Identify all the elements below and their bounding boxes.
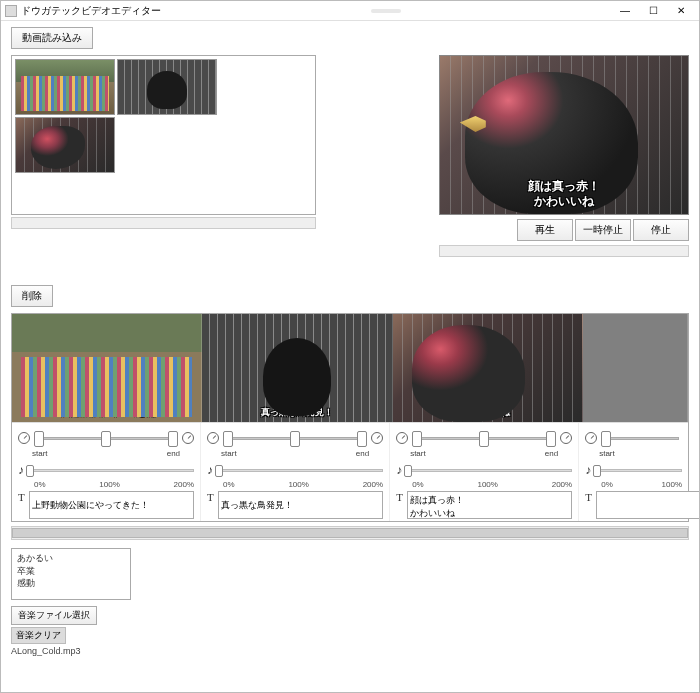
preview-subtitle: 顔は真っ赤！ かわいいね [440, 179, 688, 208]
clock-icon [182, 432, 194, 444]
play-button[interactable]: 再生 [517, 219, 573, 241]
clip-thumb[interactable] [117, 59, 217, 115]
vol-label: 200% [363, 480, 383, 489]
trim-handle-start[interactable] [223, 431, 233, 447]
volume-thumb[interactable] [404, 465, 412, 477]
trim-handle-end[interactable] [546, 431, 556, 447]
timeline-scrollbar[interactable] [11, 526, 689, 540]
timeline-clip[interactable]: 上野動物公園にやってきた！ [12, 314, 202, 422]
trim-handle-mid[interactable] [101, 431, 111, 447]
vol-label: 0% [601, 480, 613, 489]
clock-icon [560, 432, 572, 444]
vol-label: 0% [223, 480, 235, 489]
trim-end-label: end [356, 449, 369, 458]
vol-label: 0% [34, 480, 46, 489]
timeline-clip[interactable]: 顔は真っ赤！ かわいいね [393, 314, 583, 422]
tag-item[interactable]: あかるい [17, 552, 125, 565]
scrollbar-thumb[interactable] [12, 528, 688, 538]
tag-list[interactable]: あかるい 卒業 感動 [11, 548, 131, 600]
clock-icon [18, 432, 30, 444]
pause-button[interactable]: 一時停止 [575, 219, 631, 241]
vol-label: 200% [552, 480, 572, 489]
clip-overlay-text: 顔は真っ赤！ かわいいね [393, 398, 582, 418]
volume-icon: ♪ [585, 464, 591, 476]
trim-handle-end[interactable] [168, 431, 178, 447]
clip-bin-scrollbar[interactable] [11, 217, 316, 229]
trim-handle-start[interactable] [601, 431, 611, 447]
maximize-button[interactable]: ☐ [639, 2, 667, 20]
clock-icon [371, 432, 383, 444]
clip-thumb[interactable] [15, 117, 115, 173]
trim-start-label: start [221, 449, 237, 458]
vol-label: 100% [99, 480, 119, 489]
clip-overlay-text: 上野動物公園にやってきた！ [12, 408, 201, 418]
timeline: 上野動物公園にやってきた！ 真っ黒な鳥発見！ 顔は真っ赤！ かわいいね [11, 313, 689, 522]
audio-filename: ALong_Cold.mp3 [11, 646, 689, 656]
trim-end-label: end [545, 449, 558, 458]
trim-end-label: end [167, 449, 180, 458]
close-button[interactable]: ✕ [667, 2, 695, 20]
caption-input[interactable] [29, 491, 194, 519]
volume-slider[interactable] [217, 469, 383, 472]
audio-select-button[interactable]: 音楽ファイル選択 [11, 606, 97, 625]
volume-icon: ♪ [18, 464, 24, 476]
window-title: ドウガテックビデオエディター [21, 4, 161, 18]
trim-handle-mid[interactable] [290, 431, 300, 447]
volume-slider[interactable] [595, 469, 682, 472]
app-icon [5, 5, 17, 17]
minimize-button[interactable]: — [611, 2, 639, 20]
text-icon: T [396, 491, 403, 503]
vol-label: 0% [412, 480, 424, 489]
volume-slider[interactable] [406, 469, 572, 472]
window-titlebar: ドウガテックビデオエディター — ☐ ✕ [1, 1, 699, 21]
volume-icon: ♪ [207, 464, 213, 476]
load-video-button[interactable]: 動画読み込み [11, 27, 93, 49]
clock-icon [396, 432, 408, 444]
titlebar-handle[interactable] [371, 9, 401, 13]
volume-icon: ♪ [396, 464, 402, 476]
trim-start-label: start [410, 449, 426, 458]
trim-handle-start[interactable] [412, 431, 422, 447]
trim-handle-start[interactable] [34, 431, 44, 447]
text-icon: T [207, 491, 214, 503]
trim-slider[interactable] [602, 437, 679, 440]
tag-item[interactable]: 感動 [17, 577, 125, 590]
preview-progress[interactable] [439, 245, 689, 257]
clock-icon [207, 432, 219, 444]
text-icon: T [585, 491, 592, 503]
delete-button[interactable]: 削除 [11, 285, 53, 307]
tag-item[interactable]: 卒業 [17, 565, 125, 578]
volume-thumb[interactable] [26, 465, 34, 477]
caption-input[interactable] [218, 491, 383, 519]
trim-slider[interactable] [413, 437, 555, 440]
caption-input[interactable] [596, 491, 700, 519]
audio-clear-button[interactable]: 音楽クリア [11, 627, 66, 644]
volume-thumb[interactable] [593, 465, 601, 477]
clock-icon [585, 432, 597, 444]
preview-viewport[interactable]: 顔は真っ赤！ かわいいね [439, 55, 689, 215]
trim-handle-end[interactable] [357, 431, 367, 447]
clip-bin[interactable] [11, 55, 316, 215]
caption-input[interactable] [407, 491, 572, 519]
vol-label: 100% [662, 480, 682, 489]
timeline-clip-empty[interactable] [583, 314, 688, 422]
timeline-clip[interactable]: 真っ黒な鳥発見！ [202, 314, 392, 422]
trim-slider[interactable] [35, 437, 177, 440]
vol-label: 200% [174, 480, 194, 489]
clip-overlay-text: 真っ黒な鳥発見！ [202, 408, 391, 418]
stop-button[interactable]: 停止 [633, 219, 689, 241]
vol-label: 100% [288, 480, 308, 489]
trim-start-label: start [32, 449, 48, 458]
trim-slider[interactable] [224, 437, 366, 440]
text-icon: T [18, 491, 25, 503]
trim-handle-mid[interactable] [479, 431, 489, 447]
clip-thumb[interactable] [15, 59, 115, 115]
volume-slider[interactable] [28, 469, 194, 472]
vol-label: 100% [477, 480, 497, 489]
volume-thumb[interactable] [215, 465, 223, 477]
trim-start-label: start [599, 449, 615, 458]
